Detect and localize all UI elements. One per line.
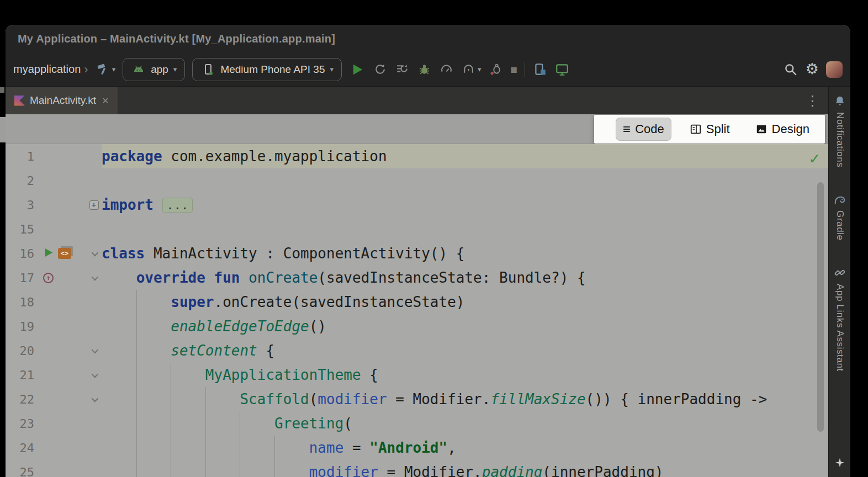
code-text: override fun onCreate(savedInstanceState… [102,266,828,290]
fold-marker[interactable] [86,251,102,256]
right-tool-stripe: Notifications Gradle App Links Assistant [828,87,850,477]
run-config-selector[interactable]: app ▾ [123,58,185,81]
line-number: 22 [6,393,34,406]
line-number: 16 [6,247,34,261]
avatar[interactable] [826,61,843,78]
stop-button[interactable]: ■ [511,63,518,76]
build-dropdown-caret[interactable]: ▾ [112,65,116,73]
line-number: 3 [6,198,34,212]
code-text: enableEdgeToEdge() [102,314,828,338]
device-label: Medium Phone API 35 [220,63,325,76]
line-number: 23 [6,417,34,431]
fold-marker[interactable] [86,397,102,402]
window-title-bar: My Application – MainActivity.kt [My_App… [6,25,850,52]
attach-debugger-icon[interactable] [489,62,504,77]
toolbar-separator [525,62,525,77]
search-icon[interactable] [784,62,798,77]
code-text [102,168,828,193]
ai-sparkle-icon[interactable] [833,456,846,469]
code-line[interactable]: 2 [6,168,828,193]
code-line[interactable]: 3+import ... [6,193,828,217]
code-line[interactable]: 19 enableEdgeToEdge() [6,314,828,338]
editor-toolbar-strip: ≡ Code Split Design [6,114,828,144]
tab-mainactivity[interactable]: MainActivity.kt × [6,87,118,114]
code-line[interactable]: 20 setContent { [6,338,828,363]
app-links-assistant-icon[interactable] [833,266,846,279]
design-mode-label: Design [772,122,809,136]
device-selector[interactable]: Medium Phone API 35 ▾ [192,58,342,81]
fold-marker[interactable] [86,275,102,280]
override-method-icon[interactable]: ↑ [43,273,54,283]
code-line[interactable]: 25 modifier = Modifier.padding(innerPadd… [6,460,828,477]
fold-marker[interactable] [86,348,102,353]
stripe-label-notifications[interactable]: Notifications [834,112,845,167]
breadcrumb-chevron-icon: › [84,62,88,77]
profiler-icon[interactable] [439,62,454,77]
code-mode-icon: ≡ [623,121,631,137]
mode-design-button[interactable]: Design [749,119,816,140]
device-manager-icon[interactable] [532,62,547,77]
background-window-fragment [0,117,6,142]
background-window-fragment [0,87,4,93]
code-text [102,217,828,241]
debug-icon[interactable] [417,62,432,77]
code-line[interactable]: 1package com.example.myapplication [6,144,828,168]
profile-runnable-icon [461,62,476,77]
stripe-label-gradle[interactable]: Gradle [834,210,845,241]
code-mode-label: Code [635,122,664,136]
line-number: 1 [6,150,34,163]
fold-marker[interactable] [86,373,102,378]
tab-options-icon[interactable]: ⋮ [797,93,828,109]
tab-label: MainActivity.kt [30,94,96,107]
editor-mode-switcher: ≡ Code Split Design [594,115,825,144]
notifications-icon[interactable] [833,94,846,108]
breadcrumb[interactable]: myapplication [13,63,81,76]
indent-guide [205,387,206,477]
mode-code-button[interactable]: ≡ Code [616,118,671,140]
editor-scrollbar[interactable] [817,182,824,432]
main-toolbar: myapplication › ▾ app ▾ Medium Phone API… [6,52,850,87]
code-line[interactable]: 23 Greeting( [6,411,828,436]
code-text: Scaffold(modifier = Modifier.fillMaxSize… [102,387,828,411]
line-number: 18 [6,295,34,309]
code-line[interactable]: 21 MyApplicationTheme { [6,363,828,387]
code-editor[interactable]: 1package com.example.myapplication23+imp… [6,144,828,477]
apply-code-changes-icon[interactable] [395,62,410,77]
inspection-check-icon[interactable]: ✓ [809,149,819,168]
close-tab-icon[interactable]: × [102,94,109,107]
run-line-icon[interactable] [43,247,54,260]
indent-guide [136,290,137,477]
code-line[interactable]: 22 Scaffold(modifier = Modifier.fillMaxS… [6,387,828,411]
line-number: 19 [6,320,34,333]
run-config-caret: ▾ [173,65,177,73]
stripe-label-app-links[interactable]: App Links Assistant [834,284,845,372]
mode-split-button[interactable]: Split [683,119,737,140]
code-line[interactable]: 24 name = "Android", [6,436,828,460]
indent-guide [240,411,240,477]
code-line[interactable]: 16<>class MainActivity : ComponentActivi… [6,241,828,266]
profiler-options-caret[interactable]: ▾ [478,65,481,73]
code-text: name = "Android", [102,436,828,460]
code-line[interactable]: 17↑ override fun onCreate(savedInstanceS… [6,266,828,290]
fold-marker[interactable]: + [86,200,102,210]
editor-tab-bar: MainActivity.kt × ⋮ [6,87,828,114]
code-line[interactable]: 18 super.onCreate(savedInstanceState) [6,290,828,314]
running-devices-icon[interactable] [554,62,569,77]
settings-icon[interactable]: ⚙ [806,62,819,77]
device-caret: ▾ [330,65,334,73]
compose-preview-icon[interactable]: <> [58,248,71,259]
device-phone-icon [200,62,215,77]
code-text: setContent { [102,338,828,363]
apply-changes-icon[interactable] [373,62,388,77]
run-button[interactable] [349,61,366,78]
build-button[interactable]: ▾ [96,62,116,77]
profiler-options-button[interactable]: ▾ [461,62,481,77]
line-number: 15 [6,222,34,236]
gradle-icon[interactable] [833,193,846,206]
window-title: My Application – MainActivity.kt [My_App… [18,33,335,45]
android-icon [131,62,146,77]
build-hammer-icon [96,62,110,77]
code-line[interactable]: 15 [6,217,828,241]
code-text: modifier = Modifier.padding(innerPadding… [102,460,828,477]
code-text: super.onCreate(savedInstanceState) [102,290,828,314]
